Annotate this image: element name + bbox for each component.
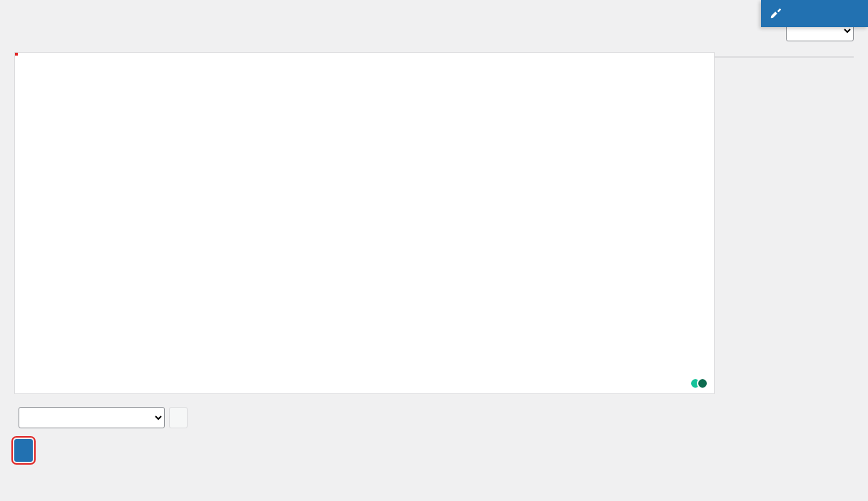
theme-file-list: [715, 56, 854, 58]
appearance-flyout: [761, 0, 868, 27]
code-editor[interactable]: [14, 52, 715, 394]
appearance-menu-header[interactable]: [761, 0, 868, 27]
lookup-button[interactable]: [169, 407, 188, 428]
brush-icon: [770, 7, 782, 20]
update-file-button[interactable]: [14, 439, 33, 462]
documentation-dropdown[interactable]: [19, 407, 165, 428]
grammarly-icon: [690, 378, 708, 389]
